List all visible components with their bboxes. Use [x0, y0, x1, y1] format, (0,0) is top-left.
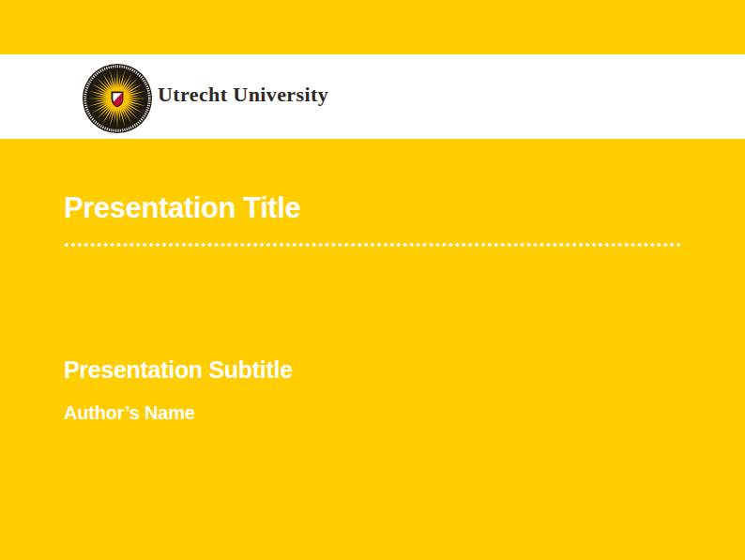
- sun-emblem-icon: [83, 64, 152, 133]
- presentation-title: Presentation Title: [64, 192, 300, 224]
- utrecht-university-logo: [83, 64, 152, 133]
- presentation-subtitle: Presentation Subtitle: [64, 357, 293, 384]
- title-slide: Utrecht University Presentation Title Pr…: [0, 0, 745, 560]
- dotted-divider: [64, 242, 683, 248]
- university-wordmark: Utrecht University: [158, 84, 328, 105]
- author-name: Author’s Name: [64, 402, 195, 423]
